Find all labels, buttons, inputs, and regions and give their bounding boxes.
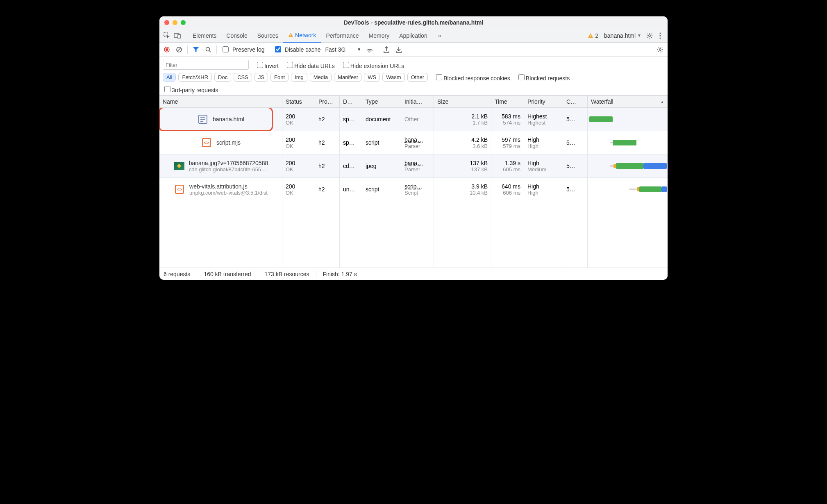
tabs-overflow-button[interactable]: » [433, 29, 446, 43]
type-chip-doc[interactable]: Doc [214, 73, 231, 82]
col-time[interactable]: Time [491, 96, 524, 107]
svg-point-7 [649, 34, 650, 36]
tab-console[interactable]: Console [221, 29, 252, 43]
type-chip-js[interactable]: JS [254, 73, 268, 82]
svg-point-15 [206, 47, 210, 51]
table-row[interactable]: banana.html200OKh2sp…documentOther2.1 kB… [159, 108, 668, 131]
zoom-icon[interactable] [181, 20, 186, 25]
waterfall-bar [588, 109, 667, 129]
tab-sources[interactable]: Sources [252, 29, 283, 43]
waterfall-bar [588, 179, 667, 199]
blocked-requests-checkbox[interactable]: Blocked requests [517, 73, 570, 82]
table-row[interactable]: <>web-vitals.attribution.jsunpkg.com/web… [159, 178, 668, 201]
type-chip-wasm[interactable]: Wasm [382, 73, 404, 82]
filter-icon[interactable] [192, 45, 200, 54]
hide-extension-urls-checkbox[interactable]: Hide extension URLs [341, 61, 404, 69]
type-chip-fetchxhr[interactable]: Fetch/XHR [178, 73, 212, 82]
gear-icon[interactable] [645, 31, 654, 41]
import-har-icon[interactable] [395, 45, 403, 54]
col-type[interactable]: Type [362, 96, 401, 107]
network-grid: Name Status Pro… D… Type Initia… Size Ti… [159, 95, 668, 268]
svg-rect-12 [166, 48, 168, 51]
type-chip-all[interactable]: All [163, 73, 176, 82]
clear-button[interactable] [175, 45, 183, 54]
status-resources: 173 kB resources [265, 271, 309, 277]
separator [216, 45, 217, 54]
issues-warning-badge[interactable]: 2 [585, 32, 601, 39]
js-resource-icon: <> [201, 137, 212, 148]
svg-text:<>: <> [204, 140, 209, 145]
traffic-lights [164, 20, 186, 25]
window-title: DevTools - speculative-rules.glitch.me/b… [159, 19, 668, 26]
network-toolbar: Preserve log Disable cache Fast 3G ▼ [159, 43, 668, 57]
svg-text:<>: <> [177, 187, 182, 192]
col-waterfall[interactable]: Waterfall▲ [588, 96, 668, 107]
export-har-icon[interactable] [382, 45, 391, 54]
separator [185, 32, 185, 40]
tab-network[interactable]: Network [283, 29, 321, 43]
device-toolbar-icon[interactable] [173, 31, 182, 41]
separator [269, 45, 269, 54]
tab-application[interactable]: Application [394, 29, 432, 43]
col-domain[interactable]: D… [340, 96, 362, 107]
hide-data-urls-checkbox[interactable]: Hide data URLs [285, 61, 335, 69]
svg-point-9 [659, 35, 661, 36]
col-protocol[interactable]: Pro… [315, 96, 340, 107]
svg-rect-2 [178, 34, 180, 38]
col-status[interactable]: Status [282, 96, 315, 107]
tab-performance[interactable]: Performance [321, 29, 364, 43]
kebab-menu-icon[interactable] [655, 31, 665, 41]
third-party-checkbox[interactable]: 3rd-party requests [163, 85, 218, 93]
doc-resource-icon [197, 114, 209, 125]
svg-rect-6 [591, 36, 591, 37]
status-transferred: 160 kB transferred [204, 271, 251, 277]
minimize-icon[interactable] [173, 20, 177, 25]
col-name[interactable]: Name [159, 96, 282, 107]
inspect-icon[interactable] [162, 31, 172, 41]
devtools-window: DevTools - speculative-rules.glitch.me/b… [159, 16, 668, 280]
type-chip-other[interactable]: Other [407, 73, 428, 82]
type-chip-img[interactable]: Img [291, 73, 307, 82]
search-icon[interactable] [204, 45, 212, 54]
col-size[interactable]: Size [434, 96, 491, 107]
type-chip-ws[interactable]: WS [364, 73, 380, 82]
filter-bar: Invert Hide data URLs Hide extension URL… [159, 57, 668, 95]
blocked-cookies-checkbox[interactable]: Blocked response cookies [434, 73, 510, 82]
network-conditions-icon[interactable] [366, 45, 374, 54]
waterfall-bar [588, 156, 667, 176]
record-button[interactable] [163, 45, 171, 54]
type-chip-media[interactable]: Media [310, 73, 332, 82]
col-connection[interactable]: C… [563, 96, 588, 107]
target-context-selector[interactable]: banana.html ▼ [602, 32, 644, 39]
table-row[interactable]: banana.jpg?v=1705668720588cdn.glitch.glo… [159, 154, 668, 178]
chevron-down-icon: ▼ [357, 47, 361, 52]
throttling-select[interactable]: Fast 3G ▼ [325, 46, 362, 53]
type-chip-manifest[interactable]: Manifest [334, 73, 361, 82]
chevron-down-icon: ▼ [637, 33, 641, 38]
invert-checkbox[interactable]: Invert [255, 61, 279, 69]
tab-memory[interactable]: Memory [364, 29, 395, 43]
col-priority[interactable]: Priority [524, 96, 563, 107]
waterfall-bar [588, 133, 667, 152]
img-resource-icon [173, 160, 185, 172]
col-initiator[interactable]: Initia… [401, 96, 434, 107]
close-icon[interactable] [164, 20, 169, 25]
issues-count: 2 [595, 32, 598, 39]
type-chip-font[interactable]: Font [270, 73, 289, 82]
svg-point-8 [659, 32, 661, 34]
svg-rect-4 [291, 36, 291, 36]
svg-point-10 [659, 37, 661, 39]
gear-icon[interactable] [656, 45, 664, 54]
separator [378, 45, 378, 54]
filter-input[interactable] [163, 60, 249, 70]
preserve-log-checkbox[interactable]: Preserve log [221, 45, 265, 54]
sort-indicator-icon: ▲ [660, 100, 664, 104]
svg-point-18 [659, 48, 661, 50]
tab-elements[interactable]: Elements [188, 29, 221, 43]
type-chip-css[interactable]: CSS [234, 73, 252, 82]
svg-point-17 [369, 52, 370, 52]
table-row[interactable]: <>script.mjs200OKh2sp…scriptbana…Parser4… [159, 131, 668, 154]
disable-cache-checkbox[interactable]: Disable cache [273, 45, 321, 54]
status-finish: Finish: 1.97 s [323, 271, 357, 277]
svg-rect-5 [591, 35, 591, 36]
